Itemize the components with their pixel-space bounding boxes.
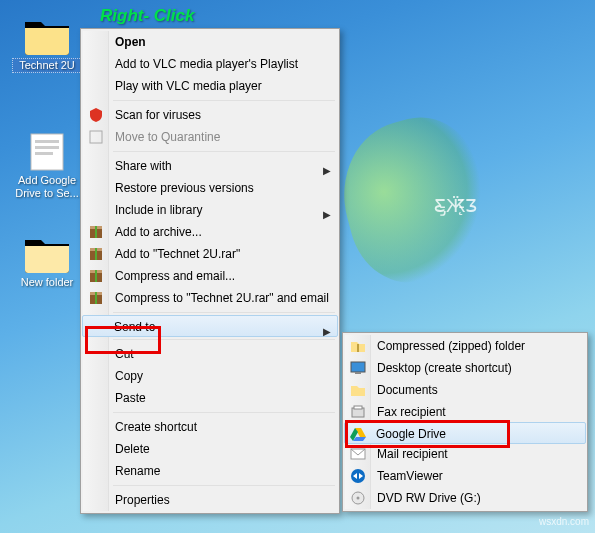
menu-item-add-rar[interactable]: Add to "Technet 2U.rar" (83, 243, 337, 265)
menu-item-label: Add to VLC media player's Playlist (115, 57, 298, 71)
menu-item-label: Cut (115, 347, 134, 361)
menu-item-label: Compress to "Technet 2U.rar" and email (115, 291, 329, 305)
desktop-icon-label: Technet 2U (12, 58, 82, 73)
menu-item-label: Desktop (create shortcut) (377, 361, 512, 375)
svg-rect-18 (351, 362, 365, 372)
winrar-icon (88, 290, 104, 306)
menu-item-label: Play with VLC media player (115, 79, 262, 93)
menu-item-create-shortcut[interactable]: Create shortcut (83, 416, 337, 438)
menu-item-label: Compressed (zipped) folder (377, 339, 525, 353)
winrar-icon (88, 246, 104, 262)
menu-item-label: Open (115, 35, 146, 49)
submenu-item-teamviewer[interactable]: TeamViewer (345, 465, 585, 487)
menu-separator (113, 151, 335, 152)
winrar-icon (88, 268, 104, 284)
menu-item-label: Add to "Technet 2U.rar" (115, 247, 240, 261)
svg-rect-10 (95, 248, 97, 260)
desktop-icon (350, 360, 366, 376)
menu-item-share-with[interactable]: Share with▶ (83, 155, 337, 177)
antivirus-icon (88, 107, 104, 123)
menu-item-paste[interactable]: Paste (83, 387, 337, 409)
svg-rect-13 (95, 270, 97, 282)
desktop-icon-label: Add Google Drive to Se... (12, 174, 82, 200)
google-drive-icon (350, 426, 366, 442)
svg-rect-21 (354, 406, 362, 409)
menu-item-open[interactable]: Open (83, 31, 337, 53)
menu-separator (113, 100, 335, 101)
menu-item-label: TeamViewer (377, 469, 443, 483)
menu-separator (113, 312, 335, 313)
svg-rect-1 (35, 140, 59, 143)
menu-item-label: Send to (114, 320, 155, 334)
watermark-label: wsxdn.com (539, 516, 589, 527)
svg-rect-17 (357, 344, 359, 352)
menu-item-send-to[interactable]: Send to▶ (82, 315, 338, 337)
menu-item-label: Paste (115, 391, 146, 405)
svg-rect-2 (35, 146, 59, 149)
menu-item-label: Google Drive (376, 427, 446, 441)
menu-item-label: Delete (115, 442, 150, 456)
documents-icon (350, 382, 366, 398)
menu-item-vlc-playlist[interactable]: Add to VLC media player's Playlist (83, 53, 337, 75)
menu-item-add-archive[interactable]: Add to archive... (83, 221, 337, 243)
context-menu: Open Add to VLC media player's Playlist … (80, 28, 340, 514)
menu-item-compress-email[interactable]: Compress and email... (83, 265, 337, 287)
menu-item-compress-rar-email[interactable]: Compress to "Technet 2U.rar" and email (83, 287, 337, 309)
folder-icon (23, 234, 71, 274)
wallpaper-butterfly: Ƹ̵̡Ӝ̵̨̄Ʒ (434, 195, 477, 217)
fax-icon (350, 404, 366, 420)
menu-item-label: Restore previous versions (115, 181, 254, 195)
desktop-icon-add-google[interactable]: Add Google Drive to Se... (12, 132, 82, 200)
submenu-item-documents[interactable]: Documents (345, 379, 585, 401)
menu-separator (113, 412, 335, 413)
teamviewer-icon (350, 468, 366, 484)
menu-item-label: Compress and email... (115, 269, 235, 283)
svg-rect-4 (90, 131, 102, 143)
menu-item-label: Create shortcut (115, 420, 197, 434)
menu-item-vlc-play[interactable]: Play with VLC media player (83, 75, 337, 97)
submenu-item-dvd-drive[interactable]: DVD RW Drive (G:) (345, 487, 585, 509)
menu-item-label: Scan for viruses (115, 108, 201, 122)
submenu-item-compressed[interactable]: Compressed (zipped) folder (345, 335, 585, 357)
menu-item-scan-viruses[interactable]: Scan for viruses (83, 104, 337, 126)
menu-item-quarantine: Move to Quarantine (83, 126, 337, 148)
menu-item-label: Documents (377, 383, 438, 397)
svg-rect-19 (355, 372, 361, 374)
menu-item-delete[interactable]: Delete (83, 438, 337, 460)
submenu-item-fax[interactable]: Fax recipient (345, 401, 585, 423)
winrar-icon (88, 224, 104, 240)
document-icon (23, 132, 71, 172)
menu-item-restore-previous[interactable]: Restore previous versions (83, 177, 337, 199)
desktop-icon-new-folder[interactable]: New folder (12, 234, 82, 289)
submenu-item-desktop-shortcut[interactable]: Desktop (create shortcut) (345, 357, 585, 379)
menu-item-label: Mail recipient (377, 447, 448, 461)
chevron-right-icon: ▶ (323, 321, 331, 343)
menu-item-rename[interactable]: Rename (83, 460, 337, 482)
menu-item-label: Move to Quarantine (115, 130, 220, 144)
menu-item-include-library[interactable]: Include in library▶ (83, 199, 337, 221)
zip-folder-icon (350, 338, 366, 354)
desktop-icon-technet[interactable]: Technet 2U (12, 16, 82, 73)
menu-item-label: Rename (115, 464, 160, 478)
svg-rect-3 (35, 152, 53, 155)
annotation-label: Right- Click (100, 6, 194, 26)
send-to-submenu: Compressed (zipped) folder Desktop (crea… (342, 332, 588, 512)
menu-item-copy[interactable]: Copy (83, 365, 337, 387)
menu-item-label: Fax recipient (377, 405, 446, 419)
svg-point-25 (357, 497, 360, 500)
menu-item-label: Properties (115, 493, 170, 507)
submenu-item-google-drive[interactable]: Google Drive (344, 422, 586, 444)
menu-separator (113, 485, 335, 486)
menu-item-label: DVD RW Drive (G:) (377, 491, 481, 505)
menu-item-label: Share with (115, 159, 172, 173)
svg-rect-7 (95, 226, 97, 238)
menu-item-cut[interactable]: Cut (83, 343, 337, 365)
menu-item-label: Include in library (115, 203, 202, 217)
submenu-item-mail[interactable]: Mail recipient (345, 443, 585, 465)
menu-item-label: Copy (115, 369, 143, 383)
folder-icon (23, 16, 71, 56)
desktop-icon-label: New folder (12, 276, 82, 289)
dvd-drive-icon (350, 490, 366, 506)
menu-item-properties[interactable]: Properties (83, 489, 337, 511)
menu-separator (113, 339, 335, 340)
